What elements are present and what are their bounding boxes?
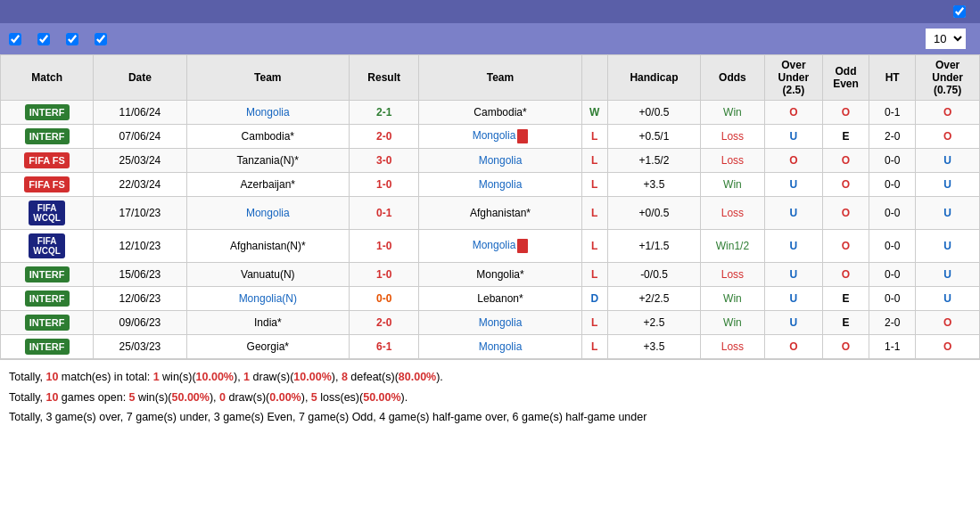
team1-name[interactable]: Mongolia: [246, 207, 290, 219]
fifa-wcql-checkbox[interactable]: [37, 33, 50, 45]
col-team1: Team: [186, 55, 349, 101]
team1-name[interactable]: Cambodia*: [242, 130, 294, 143]
cell-result: 0-0: [350, 287, 419, 311]
cell-odds: Loss: [701, 197, 765, 230]
table-row: INTERF 12/06/23 Mongolia(N) 0-0 Lebanon*…: [1, 287, 980, 311]
oe-value: O: [842, 268, 850, 281]
table-row: INTERF 09/06/23 India* 2-0 Mongolia L +2…: [1, 311, 980, 335]
cell-match-type: FIFAWCQL: [1, 197, 94, 230]
ou075-value: U: [943, 292, 951, 305]
cell-wl: L: [581, 230, 607, 263]
table-row: INTERF 25/03/23 Georgia* 6-1 Mongolia L …: [1, 335, 980, 359]
cell-wl: L: [581, 197, 607, 230]
wl-indicator: L: [591, 268, 597, 281]
cell-team1: Georgia*: [186, 335, 349, 359]
match-badge: FIFA FS: [24, 176, 70, 192]
wl-indicator: L: [591, 154, 597, 167]
cell-date: 15/06/23: [94, 263, 186, 287]
summary-section: Totally, 10 match(es) in total: 1 win(s)…: [0, 359, 980, 435]
cell-odd-even: O: [822, 173, 869, 197]
team2-name[interactable]: Cambodia*: [474, 106, 526, 119]
result-score: 2-0: [376, 130, 391, 143]
team1-name[interactable]: Azerbaijan*: [241, 178, 295, 191]
interf-checkbox[interactable]: [9, 33, 21, 45]
display-notes-checkbox[interactable]: [953, 5, 966, 18]
ou25-value: O: [789, 106, 797, 119]
cell-result: 2-0: [350, 311, 419, 335]
odds-value: Loss: [721, 154, 744, 167]
cell-handicap: +3.5: [607, 335, 700, 359]
team2-name[interactable]: Mongolia: [479, 178, 523, 191]
team2-name[interactable]: Mongolia: [473, 129, 516, 142]
col-ou25: Over Under (2.5): [764, 55, 822, 101]
col-result: Result: [350, 55, 419, 101]
cell-ou075: O: [916, 125, 980, 149]
cell-result: 0-1: [350, 197, 419, 230]
wl-indicator: W: [589, 106, 599, 119]
ou075-value: U: [943, 154, 951, 167]
match-badge: INTERF: [25, 339, 70, 355]
filter-interf: [9, 33, 25, 45]
summary-line3: Totally, 3 game(s) over, 7 game(s) under…: [9, 407, 971, 428]
team1-name[interactable]: India*: [254, 316, 282, 329]
cell-ht: 0-1: [869, 101, 916, 125]
cell-odd-even: O: [822, 101, 869, 125]
col-date: Date: [94, 55, 186, 101]
cell-ht: 2-0: [869, 311, 916, 335]
team1-name[interactable]: Afghanistan(N)*: [230, 240, 306, 252]
cell-date: 09/06/23: [94, 311, 186, 335]
team2-name[interactable]: Mongolia: [479, 316, 523, 329]
cell-wl: L: [581, 173, 607, 197]
team2-name[interactable]: Afghanistan*: [470, 207, 531, 219]
cell-odds: Win: [701, 287, 765, 311]
cell-ou075: U: [916, 230, 980, 263]
cell-team1: Vanuatu(N): [186, 263, 349, 287]
team1-name[interactable]: Tanzania(N)*: [237, 154, 299, 167]
odds-value: Loss: [721, 207, 744, 219]
fifa-fs-checkbox[interactable]: [95, 33, 107, 45]
result-score: 1-0: [376, 268, 391, 281]
summary-line1: Totally, 10 match(es) in total: 1 win(s)…: [9, 367, 971, 388]
col-odds: Odds: [701, 55, 765, 101]
cell-date: 12/06/23: [94, 287, 186, 311]
cell-ht: 0-0: [869, 149, 916, 173]
ou075-value: O: [943, 340, 951, 353]
team2-name[interactable]: Mongolia: [473, 239, 516, 251]
team1-name[interactable]: Georgia*: [247, 340, 289, 353]
cell-ht: 0-0: [869, 197, 916, 230]
team2-name[interactable]: Mongolia*: [476, 268, 523, 281]
cell-ht: 0-0: [869, 263, 916, 287]
cell-handicap: +0/0.5: [607, 197, 700, 230]
team2-name[interactable]: Mongolia: [479, 340, 523, 353]
cell-wl: L: [581, 335, 607, 359]
oe-value: O: [842, 154, 850, 167]
result-score: 6-1: [376, 340, 391, 353]
cell-date: 12/10/23: [94, 230, 186, 263]
oe-value: O: [842, 178, 850, 191]
ou075-value: O: [943, 106, 951, 119]
team1-name[interactable]: Mongolia: [246, 106, 290, 119]
cell-ou25: O: [764, 335, 822, 359]
team1-name[interactable]: Vanuatu(N): [241, 268, 294, 281]
result-score: 2-0: [376, 316, 391, 329]
cell-ou075: U: [916, 173, 980, 197]
games-select[interactable]: 10 20 30: [926, 29, 966, 49]
cell-ou25: O: [764, 101, 822, 125]
odds-value: Win: [723, 178, 742, 191]
result-score: 0-1: [376, 207, 391, 219]
odds-value: Loss: [721, 130, 744, 143]
asian-cup-checkbox[interactable]: [66, 33, 78, 45]
cell-date: 25/03/24: [94, 149, 186, 173]
cell-result: 2-0: [350, 125, 419, 149]
cell-odd-even: O: [822, 230, 869, 263]
table-row: INTERF 15/06/23 Vanuatu(N) 1-0 Mongolia*…: [1, 263, 980, 287]
cell-odd-even: O: [822, 335, 869, 359]
cell-ou25: U: [764, 287, 822, 311]
cell-wl: D: [581, 287, 607, 311]
cell-odds: Loss: [701, 263, 765, 287]
last-games-control: 10 20 30: [920, 29, 971, 49]
team2-name[interactable]: Mongolia: [479, 154, 523, 167]
team2-name[interactable]: Lebanon*: [477, 292, 523, 305]
team1-name[interactable]: Mongolia(N): [239, 292, 297, 305]
cell-team1: Afghanistan(N)*: [186, 230, 349, 263]
